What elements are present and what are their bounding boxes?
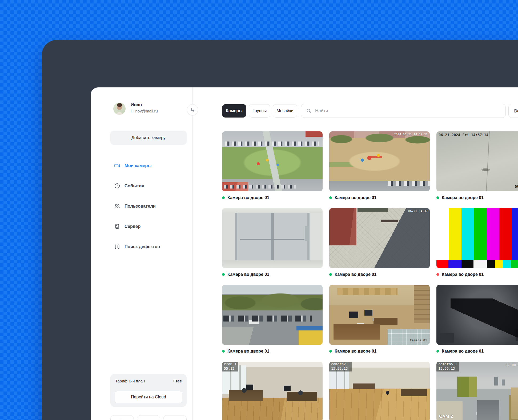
camera-thumbnail[interactable]: 06-21-2024 Fri 14:37:14DVOR24.RU bbox=[436, 131, 518, 191]
camera-status-dot bbox=[329, 273, 332, 276]
server-icon bbox=[114, 223, 120, 229]
camera-caption: Камера во дворе 01 bbox=[329, 348, 430, 354]
alert-icon bbox=[114, 183, 120, 189]
camera-card[interactable]: 2024-06-21 14:37:36 Камера во дворе 01 bbox=[329, 131, 430, 200]
camera-name: Камера во дворе 01 bbox=[335, 349, 376, 354]
sidebar-item-users[interactable]: Пользователи bbox=[114, 203, 187, 209]
sidebar-divider bbox=[192, 87, 193, 420]
camera-thumbnail[interactable] bbox=[436, 208, 518, 268]
tab-мозайки[interactable]: Мозайки bbox=[273, 104, 297, 118]
camera-status-dot bbox=[436, 196, 439, 199]
camera-icon bbox=[114, 163, 120, 169]
camera-card[interactable]: camera5-1 13:55:1307-08-2019 10:CAM 2 Ка… bbox=[436, 362, 518, 420]
camera-name: Камера во дворе 01 bbox=[442, 272, 484, 277]
search-input[interactable] bbox=[315, 108, 501, 114]
camera-status-dot bbox=[222, 273, 225, 276]
osd-text: CAM 2 bbox=[439, 414, 453, 419]
camera-status-dot bbox=[436, 273, 439, 276]
camera-thumbnail[interactable] bbox=[222, 208, 323, 268]
sidebar-item-label: Сервер bbox=[125, 224, 140, 229]
osd-text: 07-08-2019 10: bbox=[505, 363, 518, 368]
osd-text: Camera 01 bbox=[410, 338, 427, 343]
camera-caption: Камера во дворе 01 bbox=[436, 195, 518, 200]
camera-thumbnail[interactable]: 2024-06-21 14:37:36 bbox=[329, 131, 430, 191]
osd-text: camera5-1 13:55:13 bbox=[436, 362, 459, 371]
camera-grid: Камера во дворе 01 2024-06-21 14:37:36 К… bbox=[222, 131, 518, 420]
sidebar-item-my-cameras[interactable]: Мои камеры bbox=[114, 162, 187, 169]
camera-card[interactable]: 06-21 14:37 Камера во дворе 01 bbox=[329, 208, 430, 277]
osd-text: 2024-06-21 14:37:36 bbox=[394, 133, 428, 136]
view-tabs: КамерыГруппыМозайки bbox=[222, 104, 297, 118]
sidebar: Иван i.ilinov@mail.ru Добавить камеру Мо… bbox=[91, 87, 192, 420]
camera-status-dot bbox=[222, 196, 225, 199]
help-icon: ? bbox=[147, 419, 150, 420]
camera-thumbnail[interactable]: era6-1 55:13 bbox=[222, 362, 323, 420]
camera-card[interactable]: 06-21-2024 Fri 14:37:14DVOR24.RU Камера … bbox=[436, 131, 518, 200]
osd-text: DVOR24.RU bbox=[515, 184, 518, 189]
app-panel: Иван i.ilinov@mail.ru Добавить камеру Мо… bbox=[91, 87, 518, 420]
app-window-frame: Иван i.ilinov@mail.ru Добавить камеру Мо… bbox=[42, 40, 518, 420]
camera-caption: Камера во дворе 01 bbox=[222, 348, 323, 354]
camera-card[interactable]: Камера во дворе 01 bbox=[222, 208, 323, 277]
help-button[interactable]: ? bbox=[137, 415, 160, 420]
camera-caption: Камера во дворе 01 bbox=[222, 195, 323, 200]
upgrade-cloud-button[interactable]: Перейти на Cloud bbox=[115, 391, 182, 403]
camera-card[interactable]: Camera 02 Камера во дворе 01 bbox=[436, 285, 518, 354]
theme-toggle-button[interactable] bbox=[110, 415, 134, 420]
camera-thumbnail[interactable]: camera5-1 13:55:1307-08-2019 10:CAM 2 bbox=[436, 362, 518, 420]
tag-filter-button[interactable]: Все теги bbox=[508, 104, 518, 118]
avatar[interactable] bbox=[113, 103, 126, 115]
sidebar-footer: ? bbox=[110, 415, 187, 420]
tariff-plan-value: Free bbox=[173, 379, 182, 383]
osd-text: 06-21-2024 Fri 14:37:14 bbox=[439, 133, 488, 138]
search-box[interactable] bbox=[301, 104, 506, 118]
user-email: i.ilinov@mail.ru bbox=[131, 109, 158, 113]
tariff-plan-card: Тарифный план Free Перейти на Cloud bbox=[110, 374, 187, 407]
camera-thumbnail[interactable] bbox=[222, 131, 323, 191]
support-button[interactable] bbox=[163, 415, 187, 420]
camera-card[interactable]: Камера во дворе 01 bbox=[436, 208, 518, 277]
sidebar-collapse-button[interactable] bbox=[187, 104, 198, 115]
support-headset-icon bbox=[172, 419, 178, 420]
moon-icon bbox=[119, 419, 125, 420]
tariff-plan-label: Тарифный план bbox=[115, 379, 145, 383]
sidebar-item-server[interactable]: Сервер bbox=[114, 223, 187, 229]
camera-name: Камера во дворе 01 bbox=[442, 195, 484, 200]
osd-text: era6-1 55:13 bbox=[222, 362, 238, 371]
camera-caption: Камера во дворе 01 bbox=[329, 272, 430, 277]
sidebar-item-label: Мои камеры bbox=[125, 163, 152, 168]
camera-name: Камера во дворе 01 bbox=[227, 195, 269, 200]
camera-card[interactable]: Камера во дворе 01 bbox=[222, 285, 323, 354]
tab-группы[interactable]: Группы bbox=[249, 104, 270, 118]
sidebar-item-label: События bbox=[125, 183, 144, 188]
camera-thumbnail[interactable]: Camera 01 bbox=[329, 285, 430, 345]
sidebar-nav: Мои камерыСобытияПользователиСерверПоиск… bbox=[114, 162, 187, 250]
sidebar-item-label: Пользователи bbox=[125, 204, 156, 209]
camera-card[interactable]: camera2-1 13:55:13 Камера во дворе 01 bbox=[329, 362, 430, 420]
camera-status-dot bbox=[329, 350, 332, 353]
camera-thumbnail[interactable] bbox=[222, 285, 323, 345]
users-icon bbox=[114, 203, 120, 209]
camera-status-dot bbox=[222, 350, 225, 353]
desktop-background: { "colors":{"accent":"#2787f0","online":… bbox=[0, 0, 518, 420]
tab-камеры[interactable]: Камеры bbox=[222, 104, 246, 118]
camera-thumbnail[interactable]: Camera 02 bbox=[436, 285, 518, 345]
collapse-arrows-icon bbox=[190, 107, 195, 112]
camera-caption: Камера во дворе 01 bbox=[329, 195, 430, 200]
sidebar-item-defects[interactable]: Поиск дефектов bbox=[114, 243, 187, 250]
osd-text: camera2-1 13:55:13 bbox=[329, 362, 352, 371]
camera-card[interactable]: Камера во дворе 01 bbox=[222, 131, 323, 200]
search-icon bbox=[306, 108, 311, 114]
camera-name: Камера во дворе 01 bbox=[227, 272, 269, 277]
add-camera-button[interactable]: Добавить камеру bbox=[110, 131, 187, 145]
camera-caption: Камера во дворе 01 bbox=[436, 348, 518, 354]
camera-card[interactable]: Camera 01 Камера во дворе 01 bbox=[329, 285, 430, 354]
camera-thumbnail[interactable]: camera2-1 13:55:13 bbox=[329, 362, 430, 420]
sidebar-item-label: Поиск дефектов bbox=[125, 244, 160, 249]
sidebar-item-events[interactable]: События bbox=[114, 183, 187, 189]
camera-thumbnail[interactable]: 06-21 14:37 bbox=[329, 208, 430, 268]
camera-card[interactable]: era6-1 55:13 Камера во дворе 01 bbox=[222, 362, 323, 420]
camera-name: Камера во дворе 01 bbox=[442, 349, 484, 354]
osd-text: 06-21 14:37 bbox=[408, 209, 428, 213]
user-name: Иван bbox=[131, 102, 142, 108]
